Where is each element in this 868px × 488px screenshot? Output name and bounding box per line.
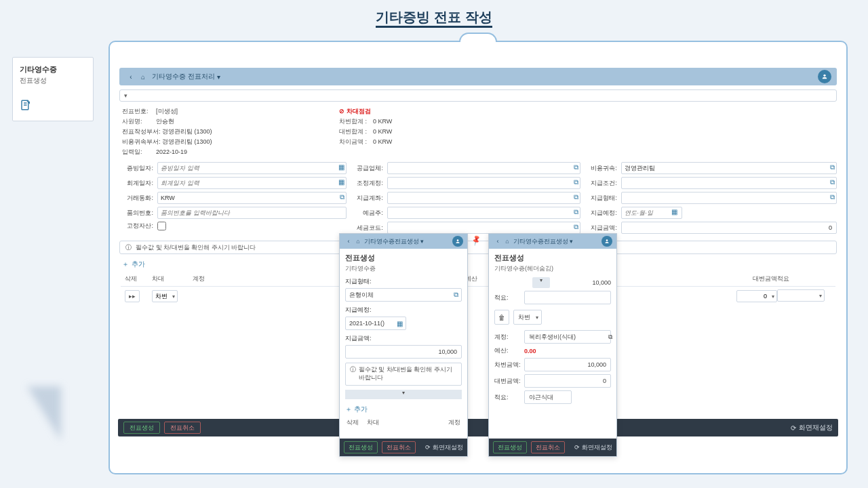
popup-subtitle: 기타영수증 bbox=[345, 264, 462, 273]
pay-cond-input[interactable] bbox=[621, 177, 837, 189]
dc-select[interactable]: 차변 bbox=[152, 290, 178, 302]
popup-title: 전표생성 bbox=[345, 253, 462, 263]
plus-icon: ＋ bbox=[122, 260, 129, 269]
lookup-icon[interactable]: ⧉ bbox=[574, 178, 578, 186]
user-icon[interactable] bbox=[452, 236, 463, 247]
footer-bar: 전표생성 전표취소 ⟳화면재설정 bbox=[118, 419, 838, 436]
create-voucher-button[interactable]: 전표생성 bbox=[493, 441, 527, 453]
calendar-icon[interactable]: ▦ bbox=[338, 178, 344, 186]
topbar: ‹ ⌂ 기타영수증 전표처리▾ bbox=[119, 68, 837, 85]
pay-sched-input[interactable]: 2021-10-11()▦ bbox=[345, 317, 406, 330]
expand-row-icon[interactable]: ▸▸ bbox=[125, 290, 140, 302]
pay-form-input[interactable] bbox=[621, 192, 837, 204]
back-icon[interactable]: ‹ bbox=[125, 73, 137, 81]
refresh-icon: ⟳ bbox=[574, 444, 580, 451]
popup-title: 전표생성 bbox=[494, 253, 611, 263]
user-icon[interactable] bbox=[601, 236, 612, 247]
cancel-voucher-button[interactable]: 전표취소 bbox=[164, 422, 201, 434]
lookup-icon[interactable]: ⧉ bbox=[340, 193, 344, 201]
svg-point-3 bbox=[606, 239, 608, 241]
lookup-icon[interactable]: ⧉ bbox=[574, 223, 578, 231]
chevron-down-icon: ▾ bbox=[124, 92, 127, 99]
breadcrumb[interactable]: 기타영수증전표생성▾ bbox=[364, 237, 424, 246]
card-title: 기타영수증 bbox=[20, 64, 86, 75]
sidebar-card[interactable]: 기타영수증 전표생성 bbox=[12, 57, 94, 121]
info-icon: ⓘ bbox=[350, 366, 356, 382]
adj-acct-input[interactable] bbox=[387, 177, 580, 189]
create-voucher-button[interactable]: 전표생성 bbox=[123, 422, 160, 434]
svg-point-2 bbox=[457, 239, 459, 241]
create-voucher-button[interactable]: 전표생성 bbox=[344, 441, 378, 453]
expand-toggle[interactable]: ▾ bbox=[345, 390, 462, 399]
lines-table: 삭제 차대 계정 예산 대변금액 적요 ▸▸ 차변 0 bbox=[121, 272, 835, 306]
back-icon[interactable]: ‹ bbox=[493, 238, 502, 245]
pay-amt-input[interactable] bbox=[621, 222, 837, 234]
desc-cell[interactable] bbox=[777, 289, 825, 302]
pay-form-input[interactable]: 은행이체⧉ bbox=[345, 288, 462, 302]
form-grid: 증빙일자:▦ 회계일자:▦ 거래통화:⧉ 품의번호: 고정자산: 공급업체:⧉ … bbox=[119, 162, 837, 237]
acct-date-input[interactable] bbox=[157, 177, 347, 189]
currency-input[interactable] bbox=[157, 192, 347, 204]
lookup-icon[interactable]: ⧉ bbox=[574, 208, 578, 216]
panel-notch bbox=[459, 33, 497, 42]
refresh-icon: ⟳ bbox=[425, 444, 431, 451]
home-icon[interactable]: ⌂ bbox=[502, 238, 512, 245]
acct-input[interactable]: 복리후생비(식대)⧉ bbox=[524, 330, 611, 344]
lookup-icon[interactable]: ⧉ bbox=[574, 193, 578, 201]
lookup-icon[interactable]: ⧉ bbox=[608, 333, 612, 341]
budget-value: 0.00 bbox=[524, 348, 536, 354]
add-button[interactable]: ＋추가 bbox=[345, 405, 462, 414]
calendar-icon[interactable]: ▦ bbox=[397, 320, 403, 327]
reset-button[interactable]: ⟳화면재설정 bbox=[574, 443, 612, 452]
desc-input[interactable] bbox=[524, 291, 611, 304]
desc2-input[interactable]: 야근식대 bbox=[524, 390, 572, 404]
document-icon bbox=[20, 99, 86, 114]
svg-point-1 bbox=[823, 75, 825, 77]
credit-amt-cell[interactable]: 0 bbox=[736, 290, 777, 302]
fixed-asset-checkbox[interactable] bbox=[157, 222, 166, 230]
collapse-toggle[interactable]: ▾ bbox=[119, 89, 837, 102]
table-row: ▸▸ 차변 0 bbox=[121, 287, 835, 306]
popup-message: ⓘ필수값 및 차/대변을 확인해 주시기 바랍니다 bbox=[345, 363, 462, 386]
add-row-button[interactable]: ＋추가 bbox=[122, 260, 834, 269]
popup-subtitle: 기타영수증(헤더숨김) bbox=[494, 264, 611, 273]
lookup-icon[interactable]: ⧉ bbox=[830, 193, 835, 201]
credit-amt-input[interactable]: 0 bbox=[524, 374, 611, 388]
lookup-icon[interactable]: ⧉ bbox=[454, 291, 458, 299]
reset-button[interactable]: ⟳화면재설정 bbox=[425, 443, 463, 452]
refresh-icon: ⟳ bbox=[791, 424, 796, 432]
back-icon[interactable]: ‹ bbox=[344, 238, 353, 245]
user-icon[interactable] bbox=[818, 70, 831, 83]
deposit-owner-input[interactable] bbox=[387, 207, 580, 219]
lookup-icon[interactable]: ⧉ bbox=[574, 163, 578, 171]
supplier-input[interactable] bbox=[387, 162, 580, 174]
calendar-icon[interactable]: ▦ bbox=[338, 163, 344, 171]
tax-code-input[interactable] bbox=[387, 222, 580, 234]
lookup-icon[interactable]: ⧉ bbox=[830, 178, 835, 186]
error-icon: ⊘ bbox=[339, 108, 347, 115]
pay-account-input[interactable] bbox=[387, 192, 580, 204]
delete-icon[interactable]: 🗑 bbox=[494, 310, 509, 325]
dc-select[interactable]: 차변 bbox=[513, 310, 542, 325]
reset-button[interactable]: ⟳화면재설정 bbox=[791, 423, 833, 432]
cancel-voucher-button[interactable]: 전표취소 bbox=[531, 441, 565, 453]
lookup-icon[interactable]: ⧉ bbox=[830, 163, 835, 171]
cost-attr-input[interactable] bbox=[621, 162, 837, 174]
popup-voucher-create-collapsed: ‹ ⌂ 기타영수증전표생성▾ 전표생성 기타영수증(헤더숨김) ▾10,000 … bbox=[488, 233, 617, 457]
home-icon[interactable]: ⌂ bbox=[137, 73, 149, 81]
decision-no-input[interactable] bbox=[157, 207, 347, 219]
collapse-toggle[interactable]: ▾ bbox=[532, 277, 550, 288]
plus-icon: ＋ bbox=[345, 405, 352, 414]
home-icon[interactable]: ⌂ bbox=[353, 238, 363, 245]
debit-amt-input[interactable]: 10,000 bbox=[524, 358, 611, 371]
pay-amt-input[interactable]: 10,000 bbox=[345, 345, 462, 359]
calendar-icon[interactable]: ▦ bbox=[671, 208, 677, 216]
evidence-date-input[interactable] bbox=[157, 162, 347, 174]
breadcrumb[interactable]: 기타영수증전표생성▾ bbox=[513, 237, 573, 246]
chevron-down-icon: ▾ bbox=[217, 73, 220, 81]
card-subtitle: 전표생성 bbox=[20, 76, 86, 85]
popup-voucher-create: ‹ ⌂ 기타영수증전표생성▾ 전표생성 기타영수증 지급형태: 은행이체⧉ 지급… bbox=[339, 233, 468, 457]
main-panel: ‹ ⌂ 기타영수증 전표처리▾ ▾ 전표번호:[미생성] 사원명:안승현 전표작… bbox=[108, 41, 848, 474]
cancel-voucher-button[interactable]: 전표취소 bbox=[382, 441, 416, 453]
breadcrumb[interactable]: 기타영수증 전표처리▾ bbox=[152, 72, 220, 81]
